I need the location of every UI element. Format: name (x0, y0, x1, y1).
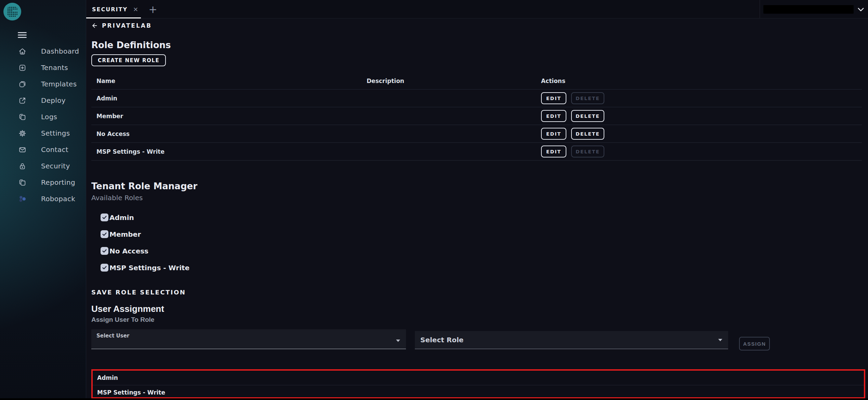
table-row: No Access EDIT DELETE (91, 125, 862, 143)
check-icon (102, 265, 107, 271)
breadcrumb-label: PRIVATELAB (102, 22, 152, 29)
sidebar: Dashboard Tenants Templates Deploy (0, 0, 86, 400)
assignment-controls: Select User Select Role ASSIGN (91, 329, 862, 350)
check-icon (102, 215, 107, 220)
column-header-name: Name (91, 78, 361, 84)
available-roles-list: Admin Member No Access (91, 209, 862, 276)
chevron-down-icon[interactable] (856, 6, 865, 13)
tab-security[interactable]: SECURITY ✕ (86, 0, 141, 18)
delete-button[interactable]: DELETE (571, 146, 604, 157)
dropdown-caret-icon (718, 339, 722, 341)
robopack-icon (18, 195, 27, 203)
checkbox-checked[interactable] (101, 247, 108, 255)
user-menu-redacted[interactable] (763, 5, 854, 14)
select-role-dropdown[interactable]: Select Role (415, 331, 728, 349)
app-logo[interactable] (3, 3, 21, 20)
sidebar-item-security[interactable]: Security (0, 158, 86, 174)
role-definitions-title: Role Definitions (91, 40, 862, 51)
active-tab-indicator (86, 17, 141, 18)
checkbox-label: Admin (109, 213, 134, 222)
table-header-row: Name Description Actions (91, 72, 862, 89)
sidebar-item-label: Deploy (41, 96, 66, 105)
available-roles-label: Available Roles (91, 194, 862, 202)
edit-button[interactable]: EDIT (541, 92, 566, 104)
deploy-icon (18, 96, 27, 105)
templates-icon (18, 80, 27, 88)
edit-button[interactable]: EDIT (541, 110, 566, 122)
sidebar-item-label: Logs (41, 113, 57, 121)
mail-icon (18, 146, 27, 154)
hamburger-menu-icon[interactable] (18, 32, 27, 39)
assign-button[interactable]: ASSIGN (739, 337, 770, 350)
tab-label: SECURITY (92, 6, 128, 13)
role-name: MSP Settings - Write (91, 148, 361, 155)
select-role-label: Select Role (420, 331, 463, 349)
sidebar-item-settings[interactable]: Settings (0, 125, 86, 141)
home-icon (18, 47, 27, 56)
sidebar-item-logs[interactable]: Logs (0, 109, 86, 125)
back-arrow-icon[interactable] (91, 23, 97, 29)
checkbox-checked[interactable] (101, 213, 108, 221)
checkbox-checked[interactable] (101, 264, 108, 272)
new-tab-button[interactable]: + (146, 0, 159, 18)
role-checkbox-row[interactable]: MSP Settings - Write (101, 259, 862, 276)
sidebar-item-deploy[interactable]: Deploy (0, 92, 86, 109)
edit-button[interactable]: EDIT (541, 146, 566, 157)
role-name: Admin (91, 95, 361, 102)
tenant-role-manager-title: Tenant Role Manager (91, 181, 862, 192)
create-new-role-button[interactable]: CREATE NEW ROLE (91, 54, 166, 66)
sidebar-item-robopack[interactable]: Robopack (0, 191, 86, 207)
role-dropdown-menu-highlighted: Admin MSP Settings - Write (91, 369, 865, 399)
table-row: MSP Settings - Write EDIT DELETE (91, 143, 862, 161)
dropdown-caret-icon (396, 340, 400, 342)
role-name: No Access (91, 130, 361, 137)
edit-button[interactable]: EDIT (541, 128, 566, 140)
sidebar-item-tenants[interactable]: Tenants (0, 59, 86, 76)
app-logo-dot-pattern (7, 6, 17, 17)
menu-option[interactable]: MSP Settings - Write (93, 385, 864, 400)
role-checkbox-row[interactable]: Admin (101, 209, 862, 226)
breadcrumb: PRIVATELAB (91, 21, 862, 30)
sidebar-item-reporting[interactable]: Reporting (0, 174, 86, 191)
sidebar-item-label: Settings (41, 129, 70, 137)
logs-icon (18, 113, 27, 121)
sidebar-item-label: Robopack (41, 195, 75, 203)
tab-close-icon[interactable]: ✕ (133, 6, 138, 13)
role-name: Member (91, 113, 361, 120)
delete-button[interactable]: DELETE (571, 128, 604, 140)
table-row: Member EDIT DELETE (91, 107, 862, 125)
select-user-dropdown[interactable]: Select User (91, 329, 406, 349)
delete-button[interactable]: DELETE (571, 92, 604, 104)
checkbox-label: No Access (109, 247, 148, 255)
delete-button[interactable]: DELETE (571, 110, 604, 122)
main-content: PRIVATELAB Role Definitions CREATE NEW R… (86, 18, 868, 400)
sidebar-item-label: Reporting (41, 178, 75, 187)
column-header-actions: Actions (536, 78, 862, 84)
sidebar-nav: Dashboard Tenants Templates Deploy (0, 43, 86, 207)
sidebar-item-contact[interactable]: Contact (0, 141, 86, 158)
select-user-label: Select User (96, 333, 129, 339)
sidebar-item-label: Dashboard (41, 47, 79, 55)
topbar: SECURITY ✕ + (86, 0, 868, 18)
topbar-divider (760, 0, 760, 18)
user-assignment-title: User Assignment (91, 303, 862, 314)
checkbox-checked[interactable] (101, 230, 108, 238)
sidebar-item-label: Security (41, 162, 70, 170)
sidebar-item-label: Templates (41, 80, 77, 88)
role-checkbox-row[interactable]: No Access (101, 243, 862, 259)
save-role-selection-button[interactable]: SAVE ROLE SELECTION (91, 288, 186, 296)
check-icon (102, 248, 107, 254)
gear-icon (18, 129, 27, 138)
sidebar-item-templates[interactable]: Templates (0, 76, 86, 92)
column-header-description: Description (361, 78, 536, 84)
table-row: Admin EDIT DELETE (91, 89, 862, 107)
role-checkbox-row[interactable]: Member (101, 226, 862, 243)
role-definitions-table: Name Description Actions Admin EDIT DELE… (91, 72, 862, 161)
menu-option[interactable]: Admin (93, 371, 864, 385)
lock-icon (18, 162, 27, 170)
assign-user-to-role-label: Assign User To Role (91, 316, 862, 323)
check-icon (102, 231, 107, 237)
sidebar-item-dashboard[interactable]: Dashboard (0, 43, 86, 59)
sidebar-item-label: Tenants (41, 64, 68, 72)
checkbox-label: Member (109, 230, 141, 238)
